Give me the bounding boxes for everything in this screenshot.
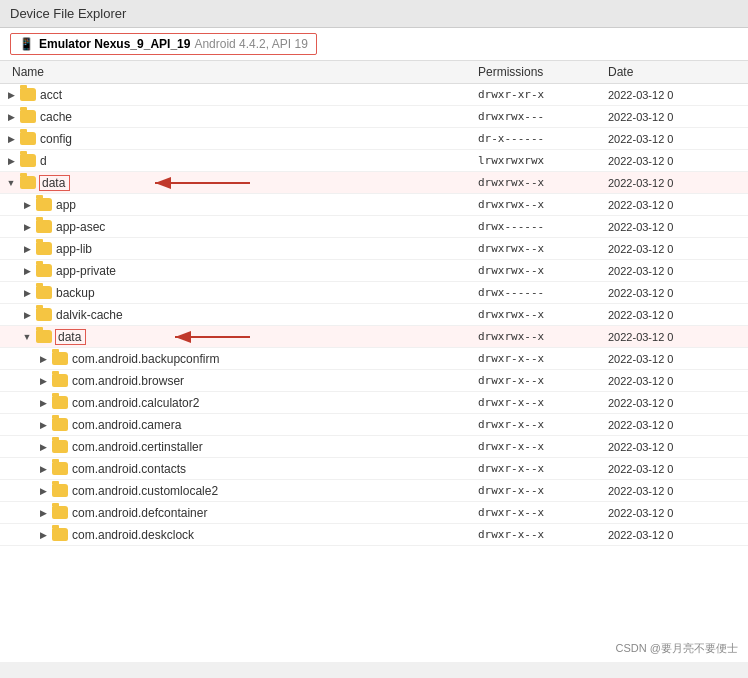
file-name-cell: ▶com.android.customlocale2 [0,484,478,498]
file-permissions: drwxr-x--x [478,528,608,541]
table-row[interactable]: ▶com.android.contactsdrwxr-x--x2022-03-1… [0,458,748,480]
folder-icon [52,506,68,519]
file-list-container: ▶acctdrwxr-xr-x2022-03-12 0▶cachedrwxrwx… [0,84,748,662]
file-permissions: drwx------ [478,286,608,299]
device-selector[interactable]: 📱 Emulator Nexus_9_API_19 Android 4.4.2,… [10,33,317,55]
toggle-button[interactable]: ▶ [36,396,50,410]
table-row[interactable]: ▶cachedrwxrwx---2022-03-12 0 [0,106,748,128]
folder-icon [52,528,68,541]
file-permissions: drwxr-xr-x [478,88,608,101]
toggle-button[interactable]: ▶ [20,220,34,234]
table-row[interactable]: ▶com.android.calculator2drwxr-x--x2022-0… [0,392,748,414]
folder-icon [20,110,36,123]
toggle-button[interactable]: ▶ [36,352,50,366]
toggle-button[interactable]: ▶ [20,308,34,322]
file-date: 2022-03-12 0 [608,331,748,343]
table-row[interactable]: ▶com.android.defcontainerdrwxr-x--x2022-… [0,502,748,524]
table-row[interactable]: ▶backupdrwx------2022-03-12 0 [0,282,748,304]
file-name-text: backup [56,286,95,300]
toggle-button[interactable]: ▶ [20,286,34,300]
file-permissions: drwxr-x--x [478,352,608,365]
device-bar: 📱 Emulator Nexus_9_API_19 Android 4.4.2,… [0,28,748,61]
folder-icon [36,308,52,321]
folder-icon [36,198,52,211]
file-name-cell: ▶acct [0,88,478,102]
table-row[interactable]: ▶app-asecdrwx------2022-03-12 0 [0,216,748,238]
file-name-text: app-asec [56,220,105,234]
toggle-button[interactable]: ▶ [20,198,34,212]
title-bar: Device File Explorer [0,0,748,28]
file-name-text: app-private [56,264,116,278]
toggle-button[interactable]: ▶ [36,506,50,520]
file-name-cell: ▶dalvik-cache [0,308,478,322]
folder-icon [52,440,68,453]
toggle-button[interactable]: ▶ [20,264,34,278]
file-date: 2022-03-12 0 [608,133,748,145]
file-permissions: drwxrwx--- [478,110,608,123]
toggle-button[interactable]: ▼ [4,176,18,190]
file-name-cell: ▶app [0,198,478,212]
table-row[interactable]: ▼datadrwxrwx--x2022-03-12 0 [0,172,748,194]
col-permissions-header: Permissions [478,65,608,79]
toggle-button[interactable]: ▶ [20,242,34,256]
file-date: 2022-03-12 0 [608,89,748,101]
file-name-text: com.android.contacts [72,462,186,476]
toggle-button[interactable]: ▶ [36,528,50,542]
table-row[interactable]: ▶com.android.browserdrwxr-x--x2022-03-12… [0,370,748,392]
device-name-bold: Emulator Nexus_9_API_19 [39,37,190,51]
table-row[interactable]: ▶dalvik-cachedrwxrwx--x2022-03-12 0 [0,304,748,326]
toggle-button[interactable]: ▶ [36,484,50,498]
file-date: 2022-03-12 0 [608,221,748,233]
toggle-button[interactable]: ▶ [36,440,50,454]
table-row[interactable]: ▼datadrwxrwx--x2022-03-12 0 [0,326,748,348]
file-date: 2022-03-12 0 [608,243,748,255]
file-list: ▶acctdrwxr-xr-x2022-03-12 0▶cachedrwxrwx… [0,84,748,662]
file-date: 2022-03-12 0 [608,155,748,167]
toggle-button[interactable]: ▶ [36,462,50,476]
file-permissions: drwxrwx--x [478,330,608,343]
table-row[interactable]: ▶com.android.cameradrwxr-x--x2022-03-12 … [0,414,748,436]
file-permissions: drwxrwx--x [478,198,608,211]
file-name-cell: ▶com.android.deskclock [0,528,478,542]
file-name-cell: ▶com.android.calculator2 [0,396,478,410]
table-row[interactable]: ▶com.android.certinstallerdrwxr-x--x2022… [0,436,748,458]
toggle-button[interactable]: ▶ [4,154,18,168]
table-row[interactable]: ▶dlrwxrwxrwx2022-03-12 0 [0,150,748,172]
file-permissions: drwxrwx--x [478,176,608,189]
table-row[interactable]: ▶acctdrwxr-xr-x2022-03-12 0 [0,84,748,106]
file-permissions: drwxr-x--x [478,462,608,475]
file-name-text: app-lib [56,242,92,256]
file-name-text: com.android.certinstaller [72,440,203,454]
file-date: 2022-03-12 0 [608,177,748,189]
file-name-cell: ▶com.android.browser [0,374,478,388]
table-row[interactable]: ▶com.android.customlocale2drwxr-x--x2022… [0,480,748,502]
table-row[interactable]: ▶com.android.deskclockdrwxr-x--x2022-03-… [0,524,748,546]
toggle-button[interactable]: ▶ [36,374,50,388]
file-name-cell: ▶app-lib [0,242,478,256]
folder-icon [36,220,52,233]
file-permissions: drwxr-x--x [478,484,608,497]
toggle-button[interactable]: ▶ [4,110,18,124]
file-name-text: dalvik-cache [56,308,123,322]
toggle-button[interactable]: ▶ [4,88,18,102]
file-name-cell: ▶d [0,154,478,168]
toggle-button[interactable]: ▼ [20,330,34,344]
file-name-cell: ▶com.android.defcontainer [0,506,478,520]
device-icon: 📱 [19,37,34,51]
file-permissions: drwxrwx--x [478,242,608,255]
folder-icon [36,264,52,277]
folder-icon [20,132,36,145]
file-name-text: com.android.backupconfirm [72,352,219,366]
table-row[interactable]: ▶app-privatedrwxrwx--x2022-03-12 0 [0,260,748,282]
file-date: 2022-03-12 0 [608,507,748,519]
file-date: 2022-03-12 0 [608,287,748,299]
table-row[interactable]: ▶com.android.backupconfirmdrwxr-x--x2022… [0,348,748,370]
table-row[interactable]: ▶appdrwxrwx--x2022-03-12 0 [0,194,748,216]
table-row[interactable]: ▶configdr-x------2022-03-12 0 [0,128,748,150]
file-name-text: cache [40,110,72,124]
file-name-cell: ▶com.android.certinstaller [0,440,478,454]
file-name-cell: ▼data [0,330,478,344]
toggle-button[interactable]: ▶ [4,132,18,146]
table-row[interactable]: ▶app-libdrwxrwx--x2022-03-12 0 [0,238,748,260]
toggle-button[interactable]: ▶ [36,418,50,432]
